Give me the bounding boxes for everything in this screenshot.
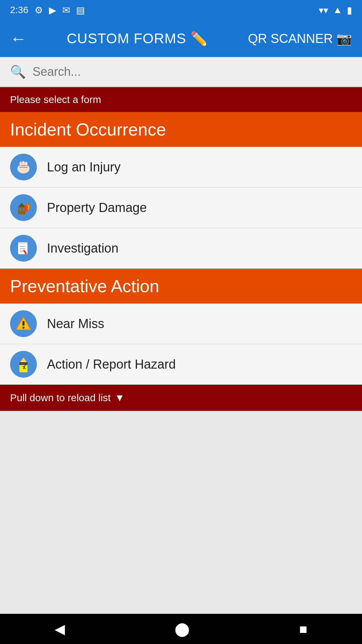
search-bar: 🔍: [0, 57, 362, 87]
svg-rect-10: [19, 208, 21, 211]
investigation-icon: [10, 235, 37, 262]
nav-home-button[interactable]: ⬤: [161, 618, 203, 640]
nav-recent-icon: ■: [299, 622, 307, 637]
svg-rect-4: [19, 167, 27, 168]
search-icon: 🔍: [10, 64, 26, 79]
qr-scanner-label: QR SCANNER: [248, 32, 333, 46]
svg-rect-37: [20, 363, 27, 364]
svg-rect-26: [22, 321, 24, 326]
clipboard-icon: ▤: [76, 5, 85, 16]
svg-point-7: [25, 162, 27, 166]
svg-rect-18: [18, 242, 27, 244]
investigation-label: Investigation: [47, 241, 118, 256]
wifi-icon: ▾▾: [319, 5, 328, 16]
list-item-report-hazard[interactable]: Action / Report Hazard: [0, 344, 362, 385]
status-bar: 2:36 ⚙ ▶ ✉ ▤ ▾▾ ▲ ▮: [0, 0, 362, 20]
pull-down-label: Pull down to reload list: [10, 392, 111, 404]
list-item-log-injury[interactable]: Log an Injury: [0, 147, 362, 187]
section-title-preventative: Preventative Action: [10, 276, 159, 296]
hazard-icon: [10, 351, 37, 378]
near-miss-label: Near Miss: [47, 317, 104, 331]
mail-icon: ✉: [62, 5, 70, 16]
nav-back-icon: ◀: [55, 621, 65, 637]
app-bar-title: CUSTOM FORMS ✏️: [67, 31, 208, 47]
list-item-investigation[interactable]: Investigation: [0, 228, 362, 269]
injury-icon: [10, 154, 37, 180]
svg-point-5: [19, 162, 22, 166]
search-input[interactable]: [33, 65, 352, 79]
svg-point-15: [24, 205, 28, 212]
svg-point-27: [22, 327, 24, 329]
empty-area: [0, 411, 362, 614]
bottom-nav: ◀ ⬤ ■: [0, 614, 362, 644]
list-item-property-damage[interactable]: Property Damage: [0, 187, 362, 228]
signal-icon: ▲: [333, 5, 342, 15]
app-bar: ← CUSTOM FORMS ✏️ QR SCANNER 📷: [0, 20, 362, 57]
list-item-near-miss[interactable]: Near Miss: [0, 304, 362, 344]
svg-rect-19: [20, 246, 25, 247]
please-select-label: Please select a form: [0, 87, 362, 112]
property-icon: [10, 194, 37, 221]
svg-rect-21: [20, 251, 24, 252]
status-right: ▾▾ ▲ ▮: [319, 5, 352, 16]
pull-down-icon: ▼: [115, 392, 125, 404]
nav-home-icon: ⬤: [175, 621, 190, 637]
section-header-incident: Incident Occurrence: [0, 112, 362, 147]
report-hazard-label: Action / Report Hazard: [47, 357, 176, 372]
camera-icon: 📷: [336, 31, 352, 46]
section-header-preventative: Preventative Action: [0, 269, 362, 304]
settings-icon: ⚙: [35, 5, 43, 16]
log-injury-label: Log an Injury: [47, 160, 121, 174]
app-title-text: CUSTOM FORMS: [67, 31, 186, 47]
nav-recent-button[interactable]: ■: [286, 618, 321, 640]
svg-rect-20: [20, 248, 25, 249]
status-left: 2:36 ⚙ ▶ ✉ ▤: [10, 5, 85, 16]
battery-icon: ▮: [347, 5, 352, 16]
back-button[interactable]: ←: [10, 29, 27, 48]
section-title-incident: Incident Occurrence: [10, 120, 166, 139]
near-miss-icon: [10, 310, 37, 337]
svg-point-6: [22, 161, 25, 165]
qr-scanner-button[interactable]: QR SCANNER 📷: [248, 31, 352, 46]
nav-back-button[interactable]: ◀: [41, 618, 78, 640]
shield-icon: ▶: [49, 5, 56, 16]
pencil-icon: ✏️: [190, 31, 208, 47]
status-time: 2:36: [10, 5, 28, 15]
property-damage-label: Property Damage: [47, 201, 147, 215]
pull-down-bar[interactable]: Pull down to reload list ▼: [0, 385, 362, 411]
